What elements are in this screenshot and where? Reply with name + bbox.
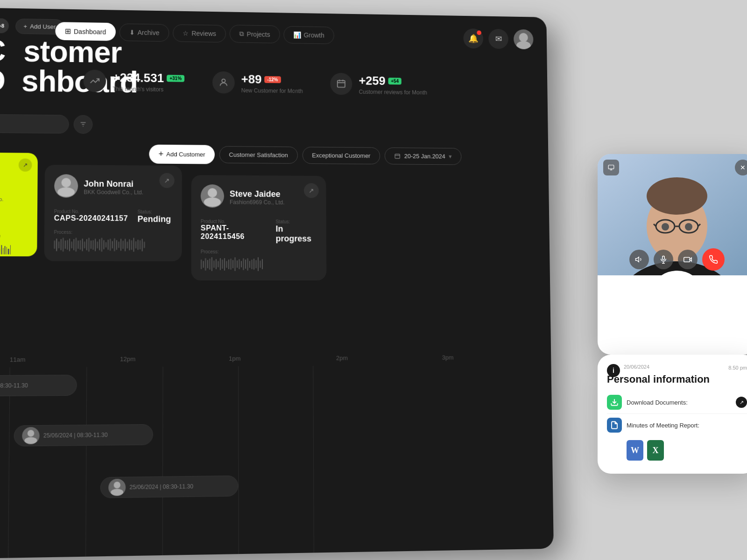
exceptional-customer-button[interactable]: Exceptional Customer <box>302 147 380 164</box>
steve-status-label: Status: <box>275 219 317 224</box>
yellow-card-number: 548 <box>0 210 30 223</box>
john-waveform <box>54 238 172 252</box>
tab-dashboard-label: Dashboard <box>74 28 106 35</box>
document-icon <box>607 418 622 433</box>
close-icon: ✕ <box>740 164 746 171</box>
event-3-label: 25/06/2024 | 08:30-11.30 <box>129 483 193 490</box>
steve-waveform <box>201 257 317 271</box>
bell-icon: 🔔 <box>468 34 478 44</box>
user-avatar[interactable] <box>514 29 534 49</box>
john-process-label: Process: <box>54 230 172 235</box>
john-avatar <box>54 174 78 197</box>
yellow-customer-card: ↗ desy Co., Ltd. Product No. 548 Status:… <box>0 153 38 257</box>
filter-button[interactable] <box>74 115 93 133</box>
yellow-card-name: desy <box>0 174 30 185</box>
john-fields: Product No. CAPS-20240241157 Status: Pen… <box>54 203 173 224</box>
hour-3pm: 3pm <box>442 354 547 361</box>
exceptional-label: Exceptional Customer <box>312 152 370 159</box>
stat-visitors: +234.531 +31% This month's visitors <box>83 70 184 93</box>
steve-status: In progress <box>275 224 317 244</box>
user-bar: +8 + Add User <box>0 17 64 35</box>
timeline-area: 10am 11am 12pm 1pm 2pm 3pm 24 | 08:30-11… <box>0 354 554 559</box>
visitors-value: +234.531 <box>113 70 164 85</box>
avatar-more: +8 <box>0 17 10 34</box>
end-call-button[interactable] <box>702 248 725 271</box>
john-status-label: Status: <box>137 209 171 214</box>
tab-archive[interactable]: ⬇ Archive <box>119 23 169 42</box>
customer-satisfaction-button[interactable]: Customer Satisfaction <box>219 146 297 164</box>
doc-icons-row: W X <box>627 440 664 461</box>
timeline-event-1: 24 | 08:30-11.30 <box>0 375 77 396</box>
header-icons: 🔔 ✉ <box>463 28 533 49</box>
timeline-event-2: 25/06/2024 | 08:30-11.30 <box>14 424 153 447</box>
svg-point-38 <box>685 223 692 231</box>
add-user-label: Add User <box>30 23 56 30</box>
timeline-grid <box>0 364 549 559</box>
stat-visitors-text: +234.531 +31% This month's visitors <box>113 70 184 92</box>
svg-point-2 <box>519 33 528 42</box>
svg-point-31 <box>647 177 707 215</box>
event-2-label: 25/06/2024 | 08:30-11.30 <box>43 432 108 439</box>
stat-reviews-icon <box>331 73 352 95</box>
stat-reviews: +259 +54 Customer reviews for Month <box>331 73 427 96</box>
excel-doc-icon[interactable]: X <box>647 440 664 461</box>
speaker-button[interactable] <box>629 250 649 269</box>
date-range-button[interactable]: 20-25 Jan.2024 ▾ <box>385 147 462 165</box>
steve-fields: Product No. SPANT-2024115456 Status: In … <box>201 213 317 244</box>
mic-button[interactable] <box>654 250 673 269</box>
video-share-button[interactable] <box>603 160 619 175</box>
main-dashboard-card: +8 + Add User ⊞ Dashboard ⬇ Archive ☆ Re… <box>0 7 554 559</box>
word-doc-icon[interactable]: W <box>627 440 643 461</box>
john-status: Pending <box>137 214 171 224</box>
stat-visitors-icon <box>83 70 106 92</box>
pi-title: Personal information <box>607 373 747 385</box>
hour-2pm: 2pm <box>336 354 442 362</box>
svg-rect-42 <box>684 258 690 262</box>
yellow-card-arrow[interactable]: ↗ <box>19 159 32 172</box>
camera-button[interactable] <box>678 250 698 269</box>
timeline-hours: 10am 11am 12pm 1pm 2pm 3pm <box>0 354 551 364</box>
customers-value: +89 <box>241 72 262 86</box>
customers-label: New Customer for Month <box>241 87 303 94</box>
pi-download-item: Download Documents: ↗ <box>607 391 747 414</box>
star-icon: ☆ <box>183 29 189 37</box>
tab-growth[interactable]: 📊 Growth <box>283 26 334 44</box>
notification-badge <box>477 30 481 35</box>
stat-customers-text: +89 -12% New Customer for Month <box>241 72 303 94</box>
card-arrow-steve[interactable]: ↗ <box>304 183 319 198</box>
svg-point-3 <box>516 41 531 49</box>
yellow-barcode <box>0 245 29 254</box>
tab-reviews[interactable]: ☆ Reviews <box>173 24 226 42</box>
svg-point-18 <box>208 188 217 197</box>
visitors-label: This month's visitors <box>113 85 184 93</box>
notification-button[interactable]: 🔔 <box>463 28 483 49</box>
hour-11am: 11am <box>10 356 120 363</box>
svg-rect-12 <box>395 154 400 158</box>
card-arrow-john[interactable]: ↗ <box>159 173 174 188</box>
video-controls <box>629 248 725 271</box>
dashboard-icon: ⊞ <box>65 27 71 35</box>
tab-projects[interactable]: ⧉ Projects <box>230 25 280 43</box>
video-photo: ✕ <box>598 154 747 275</box>
visitors-badge: +31% <box>167 75 184 82</box>
event-1-label: 24 | 08:30-11.30 <box>0 382 28 389</box>
layers-icon: ⧉ <box>240 30 244 38</box>
svg-rect-5 <box>338 81 345 88</box>
hour-12pm: 12pm <box>120 355 229 363</box>
john-company: BKK Goodwell Co., Ltd. <box>84 189 143 196</box>
plus-icon: + <box>23 22 27 29</box>
download-icon <box>607 395 622 410</box>
add-icon: + <box>158 149 163 159</box>
pi-time: 8.50 pm <box>728 365 747 371</box>
pi-minutes-item: Minutes of Meeting Report: W X <box>607 414 747 464</box>
add-customer-button[interactable]: + Add Customer <box>149 145 214 164</box>
event-avatar-2 <box>22 427 40 444</box>
mail-button[interactable]: ✉ <box>488 29 508 49</box>
video-close-button[interactable]: ✕ <box>735 160 747 175</box>
customers-badge: -12% <box>264 76 281 83</box>
tab-dashboard[interactable]: ⊞ Dashboard <box>55 22 115 41</box>
customer-card-john: ↗ John Nonrai BKK Goodwell Co., Ltd. Pro… <box>44 165 182 261</box>
pi-download-arrow[interactable]: ↗ <box>736 397 747 408</box>
pi-minutes-row: Minutes of Meeting Report: <box>607 418 747 433</box>
search-input[interactable] <box>0 114 69 133</box>
